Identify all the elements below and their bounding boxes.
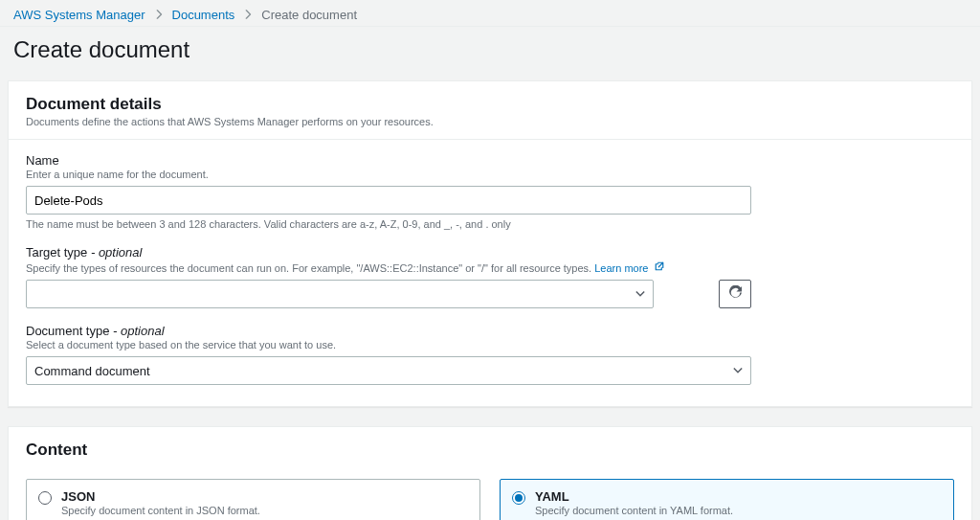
chevron-right-icon xyxy=(155,9,163,22)
document-type-help: Select a document type based on the serv… xyxy=(26,339,954,350)
refresh-button[interactable] xyxy=(719,280,751,308)
breadcrumb-documents[interactable]: Documents xyxy=(172,8,235,22)
target-type-group: Target type - optional Specify the types… xyxy=(26,245,954,308)
details-title: Document details xyxy=(26,95,954,114)
yaml-desc: Specify document content in YAML format. xyxy=(535,505,733,516)
content-panel: Content JSON Specify document content in… xyxy=(8,426,972,520)
refresh-icon xyxy=(728,285,743,303)
caret-down-icon xyxy=(635,288,645,300)
name-label: Name xyxy=(26,153,954,168)
document-details-panel: Document details Documents define the ac… xyxy=(8,80,972,407)
radio-icon xyxy=(512,491,525,505)
name-group: Name Enter a unique name for the documen… xyxy=(26,153,954,230)
page-title: Create document xyxy=(13,36,967,63)
name-input[interactable] xyxy=(26,186,751,215)
document-type-label: Document type - optional xyxy=(26,324,954,338)
json-desc: Specify document content in JSON format. xyxy=(61,505,260,516)
breadcrumb-current: Create document xyxy=(261,8,357,22)
target-type-label-main: Target type xyxy=(26,245,87,260)
target-type-label-optional: - optional xyxy=(87,245,142,260)
target-type-help: Specify the types of resources the docum… xyxy=(26,260,954,274)
yaml-title: YAML xyxy=(535,489,733,504)
breadcrumb: AWS Systems Manager Documents Create doc… xyxy=(0,0,980,27)
json-title: JSON xyxy=(61,489,260,504)
name-constraint: The name must be between 3 and 128 chara… xyxy=(26,218,954,230)
format-json-card[interactable]: JSON Specify document content in JSON fo… xyxy=(26,479,480,520)
document-type-group: Document type - optional Select a docume… xyxy=(26,324,954,385)
details-desc: Documents define the actions that AWS Sy… xyxy=(26,116,954,127)
target-type-label: Target type - optional xyxy=(26,245,954,260)
document-type-label-main: Document type xyxy=(26,324,109,338)
learn-more-link[interactable]: Learn more xyxy=(594,262,664,274)
radio-icon xyxy=(38,491,52,505)
external-link-icon xyxy=(650,262,664,274)
document-type-label-optional: - optional xyxy=(109,324,164,338)
breadcrumb-root[interactable]: AWS Systems Manager xyxy=(13,8,145,22)
format-yaml-card[interactable]: YAML Specify document content in YAML fo… xyxy=(500,479,954,520)
caret-down-icon xyxy=(733,365,743,376)
target-type-select[interactable] xyxy=(26,280,654,308)
document-type-value: Command document xyxy=(34,364,150,378)
content-title: Content xyxy=(26,441,954,460)
chevron-right-icon xyxy=(244,9,252,22)
name-help: Enter a unique name for the document. xyxy=(26,169,954,180)
target-type-help-text: Specify the types of resources the docum… xyxy=(26,262,594,274)
document-type-select[interactable]: Command document xyxy=(26,356,751,385)
format-selector: JSON Specify document content in JSON fo… xyxy=(26,479,954,520)
